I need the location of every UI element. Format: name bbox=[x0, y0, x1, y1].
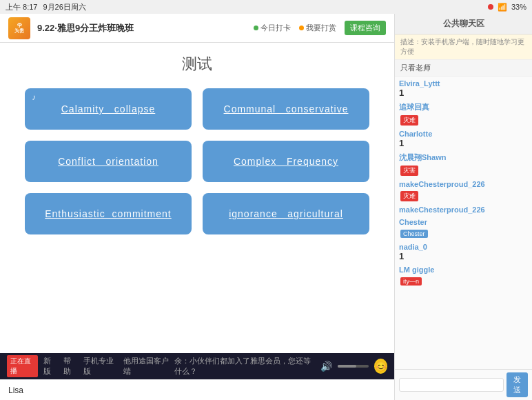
music-note-icon: ♪ bbox=[32, 92, 36, 102]
send-button[interactable]: 发送 bbox=[507, 372, 528, 397]
chat-message-8: nadia_0 1 bbox=[399, 243, 528, 261]
audio-icon: 🔊 bbox=[320, 361, 332, 372]
word-card-1[interactable]: ♪ Calamity collapse bbox=[25, 88, 192, 130]
bottom-message: 余：小伙伴们都加入了雅思会员，您还等什么？ bbox=[174, 356, 315, 377]
word-pair-2: Communal conservative bbox=[224, 103, 349, 114]
content-area: 测试 ♪ Calamity collapse Communal conserva… bbox=[0, 43, 394, 353]
chat-message-1: Elvira_Lyttt 1 bbox=[399, 79, 528, 98]
chat-username-6: makeChesterproud_226 bbox=[399, 206, 528, 214]
nav-mobile[interactable]: 手机专业版 bbox=[83, 356, 116, 377]
chat-badge-9: ity—n bbox=[400, 277, 422, 286]
header-bar: 学为贵 9.22·雅思9分王炸班晚班 今日打卡 我要打赏 课程咨询 bbox=[0, 14, 394, 43]
chat-badge-8: 1 bbox=[399, 251, 528, 261]
chat-message-6: makeChesterproud_226 bbox=[399, 206, 528, 214]
chat-header: 公共聊天区 bbox=[395, 14, 532, 34]
live-badge: 正在直播 bbox=[7, 355, 38, 377]
status-left: 上午 8:17 9月26日周六 bbox=[6, 2, 86, 12]
nav-other[interactable]: 他用途国客户端 bbox=[123, 356, 170, 377]
chat-message-9: LM giggle ity—n bbox=[399, 266, 528, 286]
bottom-bar: 正在直播 新版 帮助 手机专业版 他用途国客户端 余：小伙伴们都加入了雅思会员，… bbox=[0, 353, 394, 379]
chat-message-4: 沈晨翔Shawn 灾害 bbox=[399, 152, 528, 176]
test-title: 测试 bbox=[182, 54, 212, 74]
course-title: 9.22·雅思9分王炸班晚班 bbox=[37, 22, 134, 34]
main-container: 学为贵 9.22·雅思9分王炸班晚班 今日打卡 我要打赏 课程咨询 测试 bbox=[0, 14, 532, 400]
volume-bar[interactable] bbox=[338, 365, 368, 368]
chat-badge-5: 灾难 bbox=[400, 191, 418, 201]
chat-badge-7: Chester bbox=[400, 230, 428, 238]
chat-username-8: nadia_0 bbox=[399, 243, 528, 251]
word-pair-1: Calamity collapse bbox=[61, 103, 156, 114]
word-pair-4: Complex Frequency bbox=[234, 156, 338, 167]
word-card-2[interactable]: Communal conservative bbox=[203, 88, 369, 130]
reward-dot bbox=[299, 26, 304, 30]
bottom-nav: 新版 帮助 手机专业版 他用途国客户端 bbox=[43, 356, 169, 377]
wifi-icon: 📶 bbox=[498, 3, 507, 12]
chat-message-2: 追球回真 灾难 bbox=[399, 102, 528, 126]
emoji-button[interactable]: 😊 bbox=[374, 359, 387, 374]
word-pair-6: ignorance agricultural bbox=[229, 208, 343, 219]
chat-message-7: Chester Chester bbox=[399, 218, 528, 239]
chat-messages: Elvira_Lyttt 1 追球回真 灾难 Charlotte 1 沈晨翔Sh… bbox=[395, 77, 532, 369]
checkin-button[interactable]: 今日打卡 bbox=[254, 23, 291, 33]
word-grid: ♪ Calamity collapse Communal conservativ… bbox=[25, 88, 369, 234]
header-actions: 今日打卡 我要打赏 课程咨询 bbox=[254, 21, 386, 35]
logo-area: 学为贵 9.22·雅思9分王炸班晚班 bbox=[8, 17, 134, 39]
status-bar: 上午 8:17 9月26日周六 📶 33% bbox=[0, 0, 532, 14]
chat-username-5: makeChesterproud_226 bbox=[399, 180, 528, 188]
word-pair-5: Enthusiastic commitment bbox=[45, 208, 172, 219]
nav-help[interactable]: 帮助 bbox=[63, 356, 76, 377]
volume-fill bbox=[338, 365, 356, 368]
chat-username-3: Charlotte bbox=[399, 130, 528, 138]
status-time: 上午 8:17 bbox=[6, 2, 37, 12]
chat-badge-2: 灾难 bbox=[400, 115, 418, 126]
chat-message-5: makeChesterproud_226 灾难 bbox=[399, 180, 528, 201]
chat-badge-4: 灾害 bbox=[400, 166, 418, 176]
battery-status: 33% bbox=[511, 3, 526, 11]
logo-icon: 学为贵 bbox=[8, 17, 30, 39]
user-input-row: Lisa bbox=[0, 379, 394, 400]
chat-badge-3: 1 bbox=[399, 138, 528, 148]
word-card-4[interactable]: Complex Frequency bbox=[203, 141, 369, 182]
chat-filter[interactable]: 只看老师 bbox=[395, 60, 532, 77]
chat-input[interactable] bbox=[399, 378, 504, 392]
status-date: 9月26日周六 bbox=[43, 2, 85, 12]
course-consult-button[interactable]: 课程咨询 bbox=[345, 21, 386, 35]
status-right: 📶 33% bbox=[488, 3, 526, 12]
chat-username-2: 追球回真 bbox=[399, 102, 528, 112]
word-card-3[interactable]: Conflict orientation bbox=[25, 141, 192, 182]
chat-badge-1: 1 bbox=[399, 88, 528, 98]
checkin-dot bbox=[254, 26, 258, 30]
chat-input-row: 发送 bbox=[395, 369, 532, 400]
chat-username-1: Elvira_Lyttt bbox=[399, 79, 528, 88]
word-card-5[interactable]: Enthusiastic commitment bbox=[25, 193, 192, 234]
recording-icon bbox=[488, 4, 493, 10]
left-panel: 学为贵 9.22·雅思9分王炸班晚班 今日打卡 我要打赏 课程咨询 测试 bbox=[0, 14, 394, 400]
chat-notice: 描述：安装手机客户端，随时随地学习更方便 bbox=[395, 34, 532, 60]
chat-username-7: Chester bbox=[399, 218, 528, 226]
right-panel: 公共聊天区 描述：安装手机客户端，随时随地学习更方便 只看老师 Elvira_L… bbox=[394, 14, 532, 400]
word-pair-3: Conflict orientation bbox=[58, 156, 158, 167]
chat-username-9: LM giggle bbox=[399, 266, 528, 274]
reward-button[interactable]: 我要打赏 bbox=[299, 23, 336, 33]
username-label: Lisa bbox=[8, 386, 23, 395]
chat-username-4: 沈晨翔Shawn bbox=[399, 152, 528, 163]
word-card-6[interactable]: ignorance agricultural bbox=[203, 193, 369, 234]
nav-new[interactable]: 新版 bbox=[43, 356, 57, 377]
chat-message-3: Charlotte 1 bbox=[399, 130, 528, 148]
